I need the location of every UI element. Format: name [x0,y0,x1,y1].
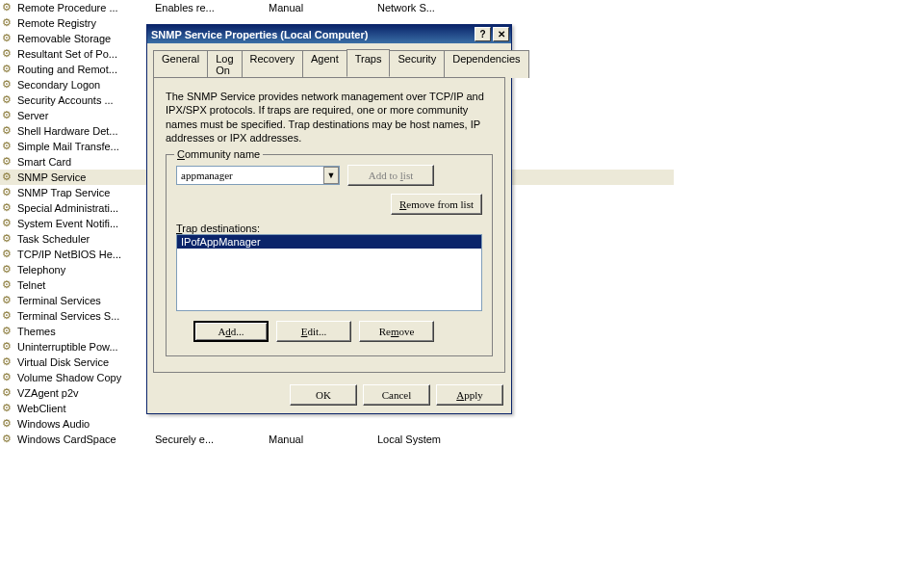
service-row[interactable]: Remote Procedure ...Enables re...ManualN… [0,0,674,15]
service-name: Terminal Services S... [17,310,155,322]
service-desc: Securely e... [155,434,269,445]
service-name: Resultant Set of Po... [17,48,155,60]
gear-icon [2,278,15,292]
service-name: Secondary Logon [17,79,155,91]
service-name: VZAgent p2v [17,387,155,399]
service-name: Special Administrati... [17,202,155,214]
trap-destination-item[interactable]: IPofAppManager [177,235,481,249]
service-row[interactable]: Windows Audio [0,416,674,432]
gear-icon [2,402,15,415]
gear-icon [2,1,15,14]
trap-destinations-label: Trap destinations: [176,223,482,234]
tab-security[interactable]: Security [389,50,445,78]
add-button[interactable]: Add... [193,321,269,342]
dialog-title: SNMP Service Properties (Local Computer) [151,29,473,40]
tab-body-traps: The SNMP Service provides network manage… [153,77,505,373]
service-name: Shell Hardware Det... [17,125,155,137]
service-name: Themes [17,326,155,337]
gear-icon [2,63,15,76]
service-name: Windows CardSpace [17,434,155,445]
service-startup: Manual [269,2,377,13]
gear-icon [2,186,15,199]
gear-icon [2,109,15,122]
service-name: SNMP Service [17,171,155,183]
edit-button[interactable]: Edit... [276,321,351,342]
gear-icon [2,294,15,307]
dialog-button-row: OK Cancel Apply [147,379,511,413]
gear-icon [2,93,15,107]
tab-strip: GeneralLog OnRecoveryAgentTrapsSecurityD… [147,43,511,77]
apply-button[interactable]: Apply [436,384,503,406]
service-name: Telephony [17,264,155,276]
service-desc: Enables re... [155,2,269,13]
service-name: Removable Storage [17,33,155,44]
service-name: Simple Mail Transfe... [17,141,155,152]
gear-icon [2,417,15,431]
gear-icon [2,16,15,30]
gear-icon [2,433,15,446]
tab-log-on[interactable]: Log On [207,50,242,78]
service-name: SNMP Trap Service [17,187,155,198]
service-name: Security Accounts ... [17,94,155,106]
gear-icon [2,171,15,184]
community-group: Community name ▼ Add to list Remove from… [166,154,493,356]
gear-icon [2,124,15,138]
service-row[interactable]: Windows CardSpaceSecurely e...ManualLoca… [0,432,674,447]
trap-destinations-listbox[interactable]: IPofAppManager [176,234,482,311]
gear-icon [2,340,15,354]
gear-icon [2,371,15,384]
community-input[interactable] [176,166,340,185]
gear-icon [2,309,15,323]
service-name: Terminal Services [17,295,155,306]
traps-description: The SNMP Service provides network manage… [166,90,493,144]
remove-button[interactable]: Remove [359,321,434,342]
tab-dependencies[interactable]: Dependencies [444,50,528,78]
gear-icon [2,217,15,230]
remove-from-list-button[interactable]: Remove from list [391,194,482,215]
tab-recovery[interactable]: Recovery [242,50,303,78]
gear-icon [2,232,15,246]
gear-icon [2,263,15,276]
service-name: Telnet [17,279,155,291]
service-startup: Manual [269,434,377,445]
service-name: TCP/IP NetBIOS He... [17,249,155,260]
cancel-button[interactable]: Cancel [363,384,430,406]
service-name: Task Scheduler [17,233,155,245]
help-button[interactable]: ? [475,27,491,41]
add-to-list-button: Add to list [347,165,434,186]
service-name: Server [17,110,155,121]
tab-traps[interactable]: Traps [346,49,391,77]
service-logon: Local System [377,434,570,445]
service-logon: Network S... [377,2,570,13]
snmp-properties-dialog: SNMP Service Properties (Local Computer)… [146,24,512,414]
gear-icon [2,47,15,61]
community-combo[interactable]: ▼ [176,166,340,185]
service-name: Windows Audio [17,418,155,430]
combo-dropdown-button[interactable]: ▼ [323,167,339,184]
gear-icon [2,155,15,169]
ok-button[interactable]: OK [290,384,357,406]
service-name: Remote Procedure ... [17,2,155,13]
service-name: Volume Shadow Copy [17,372,155,383]
tab-general[interactable]: General [153,50,208,78]
service-name: System Event Notifi... [17,218,155,229]
gear-icon [2,386,15,400]
dialog-titlebar[interactable]: SNMP Service Properties (Local Computer)… [147,25,511,43]
gear-icon [2,32,15,45]
gear-icon [2,201,15,215]
gear-icon [2,78,15,92]
community-legend: Community name [174,148,263,160]
tab-agent[interactable]: Agent [302,50,347,78]
gear-icon [2,325,15,338]
gear-icon [2,248,15,261]
service-name: Virtual Disk Service [17,356,155,368]
service-name: WebClient [17,403,155,414]
service-name: Uninterruptible Pow... [17,341,155,353]
gear-icon [2,355,15,369]
service-name: Remote Registry [17,17,155,29]
close-button[interactable]: ✕ [493,27,509,41]
service-name: Routing and Remot... [17,64,155,75]
gear-icon [2,140,15,153]
service-name: Smart Card [17,156,155,168]
